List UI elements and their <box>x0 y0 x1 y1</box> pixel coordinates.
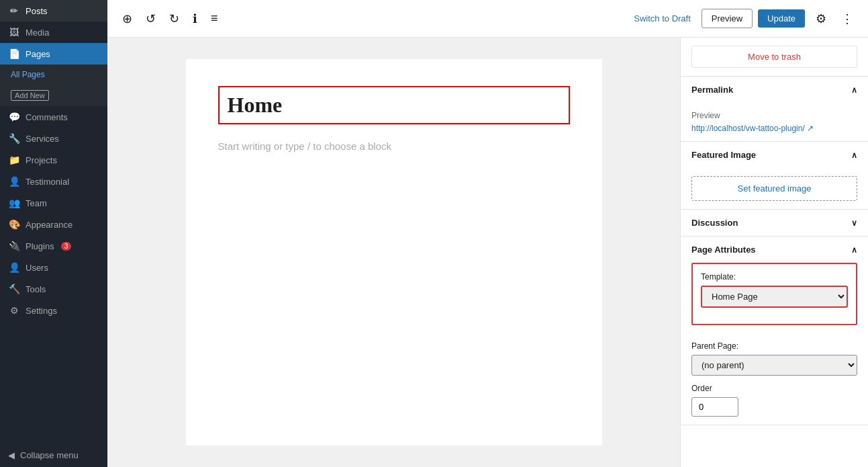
move-to-trash-section: Move to trash <box>681 38 868 77</box>
permalink-preview-label: Preview <box>691 111 857 120</box>
sidebar-item-team[interactable]: 👥 Team <box>0 192 107 214</box>
comments-icon: 💬 <box>8 112 20 122</box>
discussion-header[interactable]: Discussion <box>681 210 868 236</box>
template-select[interactable]: Home Page Default Template Full Width No… <box>701 286 848 308</box>
sidebar-label-appearance: Appearance <box>26 220 73 230</box>
sidebar-item-pages[interactable]: 📄 Pages <box>0 43 107 65</box>
page-title-input[interactable] <box>218 86 570 124</box>
settings-icon: ⚙ <box>8 305 20 316</box>
redo-icon: ↻ <box>169 11 179 26</box>
sidebar-label-users: Users <box>26 263 48 273</box>
parent-label: Parent Page: <box>691 341 857 351</box>
permalink-header[interactable]: Permalink <box>681 77 868 103</box>
posts-icon: ✏ <box>8 5 20 16</box>
order-label: Order <box>691 384 857 393</box>
page-attributes-content: Parent Page: (no parent) Order <box>681 333 868 425</box>
appearance-icon: 🎨 <box>8 219 20 230</box>
editor-placeholder[interactable]: Start writing or type / to choose a bloc… <box>218 140 570 152</box>
permalink-url[interactable]: http://localhost/vw-tattoo-plugin/ ↗ <box>691 124 814 133</box>
sidebar-item-projects[interactable]: 📁 Projects <box>0 149 107 171</box>
sidebar-label-testimonial: Testimonial <box>26 177 69 187</box>
testimonial-icon: 👤 <box>8 176 20 187</box>
sidebar-label-projects: Projects <box>26 155 57 165</box>
services-icon: 🔧 <box>8 133 20 144</box>
add-block-button[interactable]: ⊕ <box>118 9 136 29</box>
sidebar-item-all-pages[interactable]: All Pages <box>0 65 107 85</box>
featured-image-content: Set featured image <box>681 168 868 209</box>
settings-panel-button[interactable]: ⚙ <box>810 9 832 29</box>
pages-icon: 📄 <box>8 48 20 59</box>
page-attributes-section: Page Attributes Template: Home Page Defa… <box>681 237 868 425</box>
editor-area[interactable]: Start writing or type / to choose a bloc… <box>107 38 680 467</box>
order-input[interactable] <box>691 397 738 417</box>
sidebar: ✏ Posts 🖼 Media 📄 Pages All Pages Add Ne… <box>0 0 107 467</box>
update-button[interactable]: Update <box>758 9 805 28</box>
tools-icon: 🔨 <box>8 284 20 294</box>
permalink-section: Permalink Preview http://localhost/vw-ta… <box>681 77 868 142</box>
sidebar-label-media: Media <box>26 28 49 38</box>
sidebar-item-appearance[interactable]: 🎨 Appearance <box>0 214 107 235</box>
featured-image-title: Featured Image <box>691 150 756 160</box>
redo-button[interactable]: ↻ <box>165 9 183 29</box>
page-attributes-box: Template: Home Page Default Template Ful… <box>691 263 857 325</box>
page-attributes-chevron-icon <box>851 245 857 255</box>
sidebar-item-users[interactable]: 👤 Users <box>0 257 107 278</box>
collapse-menu[interactable]: ◀ Collapse menu <box>0 443 107 467</box>
page-attributes-title: Page Attributes <box>691 245 756 255</box>
main-wrapper: ⊕ ↺ ↻ ℹ ≡ Switch to Draft Preview Update… <box>107 0 868 467</box>
info-icon: ℹ <box>193 11 197 26</box>
sidebar-item-plugins[interactable]: 🔌 Plugins 3 <box>0 235 107 257</box>
toolbar: ⊕ ↺ ↻ ℹ ≡ Switch to Draft Preview Update… <box>107 0 868 38</box>
sidebar-item-add-new[interactable]: Add New <box>0 85 107 106</box>
projects-icon: 📁 <box>8 155 20 165</box>
collapse-icon: ◀ <box>8 450 15 460</box>
permalink-title: Permalink <box>691 85 733 95</box>
sidebar-label-posts: Posts <box>26 6 48 16</box>
media-icon: 🖼 <box>8 27 20 38</box>
featured-image-header[interactable]: Featured Image <box>681 142 868 168</box>
external-link-icon: ↗ <box>807 124 814 133</box>
list-icon: ≡ <box>211 11 218 26</box>
plugins-badge: 3 <box>61 242 72 251</box>
sidebar-label-all-pages: All Pages <box>11 70 45 79</box>
sidebar-label-plugins: Plugins <box>26 241 54 251</box>
add-new-label: Add New <box>11 90 49 101</box>
sidebar-label-team: Team <box>26 198 47 208</box>
users-icon: 👤 <box>8 262 20 273</box>
set-featured-image-button[interactable]: Set featured image <box>691 176 857 201</box>
info-button[interactable]: ℹ <box>189 9 201 29</box>
plugins-icon: 🔌 <box>8 241 20 251</box>
content-row: Start writing or type / to choose a bloc… <box>107 38 868 467</box>
discussion-title: Discussion <box>691 218 738 228</box>
collapse-label: Collapse menu <box>20 450 79 460</box>
more-options-button[interactable]: ⋮ <box>837 9 857 29</box>
page-attributes-header[interactable]: Page Attributes <box>681 237 868 263</box>
sidebar-label-tools: Tools <box>26 284 46 294</box>
sidebar-item-testimonial[interactable]: 👤 Testimonial <box>0 171 107 192</box>
featured-image-section: Featured Image Set featured image <box>681 142 868 210</box>
switch-to-draft-button[interactable]: Switch to Draft <box>628 11 696 26</box>
sidebar-item-tools[interactable]: 🔨 Tools <box>0 278 107 300</box>
sidebar-item-posts[interactable]: ✏ Posts <box>0 0 107 22</box>
sidebar-label-settings: Settings <box>26 306 57 316</box>
parent-page-select[interactable]: (no parent) <box>691 355 857 376</box>
right-panel: Move to trash Permalink Preview http://l… <box>680 38 868 467</box>
sidebar-item-comments[interactable]: 💬 Comments <box>0 106 107 128</box>
list-view-button[interactable]: ≡ <box>207 9 222 28</box>
featured-image-chevron-icon <box>851 150 857 160</box>
permalink-chevron-icon <box>851 85 857 95</box>
editor-inner: Start writing or type / to choose a bloc… <box>186 59 602 445</box>
undo-button[interactable]: ↺ <box>142 9 160 29</box>
template-label: Template: <box>701 272 848 282</box>
sidebar-label-pages: Pages <box>26 49 50 59</box>
undo-icon: ↺ <box>146 11 156 26</box>
sidebar-item-settings[interactable]: ⚙ Settings <box>0 300 107 321</box>
sidebar-label-services: Services <box>26 134 59 144</box>
sidebar-label-comments: Comments <box>26 112 68 122</box>
move-to-trash-button[interactable]: Move to trash <box>691 46 857 68</box>
preview-button[interactable]: Preview <box>702 9 753 28</box>
discussion-section: Discussion <box>681 210 868 237</box>
sidebar-item-media[interactable]: 🖼 Media <box>0 22 107 43</box>
discussion-chevron-icon <box>851 218 857 228</box>
sidebar-item-services[interactable]: 🔧 Services <box>0 128 107 149</box>
